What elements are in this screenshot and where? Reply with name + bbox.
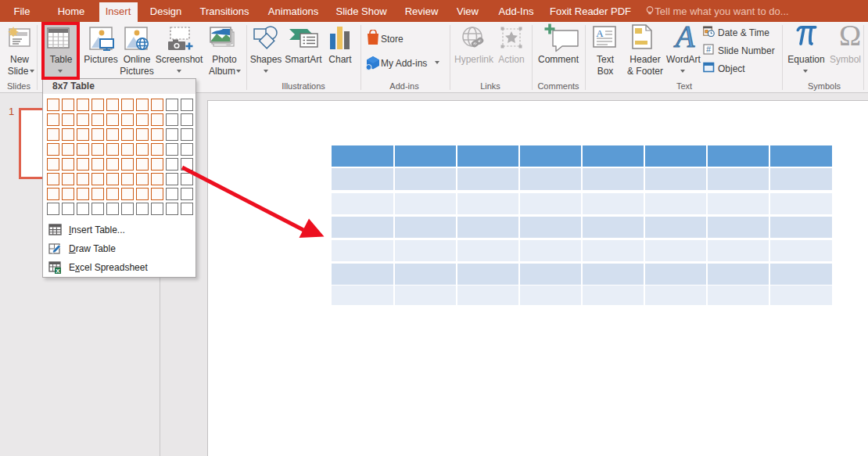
svg-text:#: # (706, 45, 712, 54)
svg-text:Ω: Ω (839, 24, 861, 48)
svg-text:A: A (673, 24, 695, 49)
svg-text:X: X (56, 267, 60, 274)
svg-text:A: A (596, 27, 604, 39)
